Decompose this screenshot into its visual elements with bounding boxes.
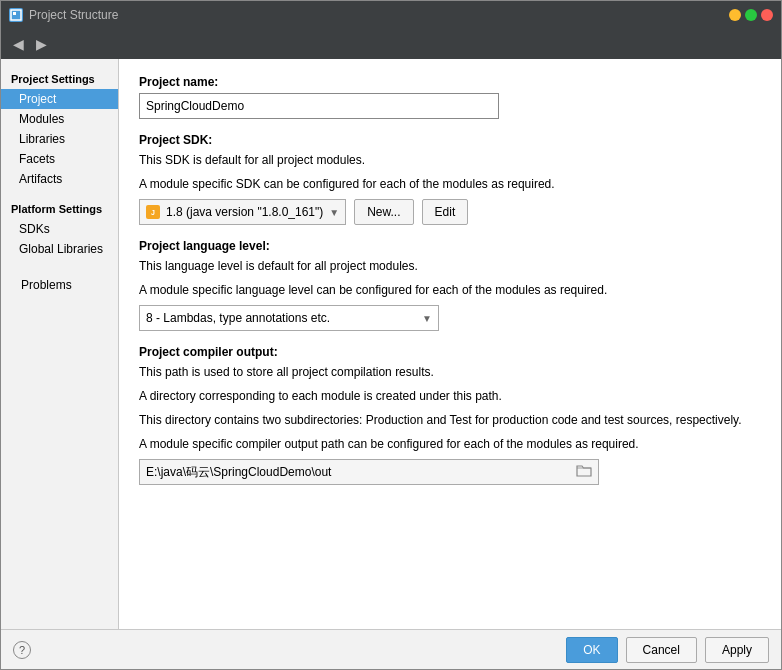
- sidebar-item-project[interactable]: Project: [1, 89, 118, 109]
- sdk-row: J 1.8 (java version "1.8.0_161") ▼ New..…: [139, 199, 761, 225]
- lang-label: Project language level:: [139, 239, 761, 253]
- close-button[interactable]: [761, 9, 773, 21]
- cancel-button[interactable]: Cancel: [626, 637, 697, 663]
- language-level-section: Project language level: This language le…: [139, 239, 761, 331]
- compiler-path-input[interactable]: [146, 465, 576, 479]
- compiler-path-row: [139, 459, 599, 485]
- footer-buttons: OK Cancel Apply: [566, 637, 769, 663]
- title-bar: Project Structure: [1, 1, 781, 29]
- compiler-desc1: This path is used to store all project c…: [139, 363, 761, 381]
- sdk-java-icon: J: [146, 205, 160, 219]
- lang-desc1: This language level is default for all p…: [139, 257, 761, 275]
- compiler-desc4: A module specific compiler output path c…: [139, 435, 761, 453]
- sidebar-item-libraries[interactable]: Libraries: [1, 129, 118, 149]
- window-title: Project Structure: [29, 8, 118, 22]
- lang-value: 8 - Lambdas, type annotations etc.: [146, 311, 416, 325]
- sdk-dropdown[interactable]: J 1.8 (java version "1.8.0_161") ▼: [139, 199, 346, 225]
- sdk-desc2: A module specific SDK can be configured …: [139, 175, 761, 193]
- project-name-label: Project name:: [139, 75, 761, 89]
- title-bar-left: Project Structure: [9, 8, 118, 22]
- forward-button[interactable]: ▶: [32, 34, 51, 54]
- sidebar-item-artifacts[interactable]: Artifacts: [1, 169, 118, 189]
- problems-section: Problems: [1, 275, 118, 295]
- maximize-button[interactable]: [745, 9, 757, 21]
- back-button[interactable]: ◀: [9, 34, 28, 54]
- toolbar: ◀ ▶: [1, 29, 781, 59]
- sdk-dropdown-arrow: ▼: [329, 207, 339, 218]
- sdk-label: Project SDK:: [139, 133, 761, 147]
- lang-dropdown-arrow: ▼: [422, 313, 432, 324]
- minimize-button[interactable]: [729, 9, 741, 21]
- folder-browse-icon[interactable]: [576, 464, 592, 481]
- apply-button[interactable]: Apply: [705, 637, 769, 663]
- sdk-value: 1.8 (java version "1.8.0_161"): [166, 205, 323, 219]
- compiler-output-section: Project compiler output: This path is us…: [139, 345, 761, 485]
- edit-sdk-button[interactable]: Edit: [422, 199, 469, 225]
- ok-button[interactable]: OK: [566, 637, 617, 663]
- main-panel: Project name: Project SDK: This SDK is d…: [119, 59, 781, 629]
- help-button[interactable]: ?: [13, 641, 31, 659]
- window: Project Structure ◀ ▶ Project Settings P…: [0, 0, 782, 670]
- svg-text:J: J: [151, 209, 155, 216]
- sidebar-item-modules[interactable]: Modules: [1, 109, 118, 129]
- bottom-bar: ? OK Cancel Apply: [1, 629, 781, 669]
- project-settings-label: Project Settings: [1, 67, 118, 89]
- compiler-desc2: A directory corresponding to each module…: [139, 387, 761, 405]
- project-name-input[interactable]: [139, 93, 499, 119]
- sidebar-item-global-libraries[interactable]: Global Libraries: [1, 239, 118, 259]
- lang-desc2: A module specific language level can be …: [139, 281, 761, 299]
- sidebar-item-problems[interactable]: Problems: [11, 275, 108, 295]
- content-area: Project Settings Project Modules Librari…: [1, 59, 781, 629]
- project-name-section: Project name:: [139, 75, 761, 119]
- window-icon: [9, 8, 23, 22]
- compiler-desc3: This directory contains two subdirectori…: [139, 411, 761, 429]
- sidebar: Project Settings Project Modules Librari…: [1, 59, 119, 629]
- svg-rect-1: [13, 12, 16, 15]
- compiler-label: Project compiler output:: [139, 345, 761, 359]
- sidebar-item-facets[interactable]: Facets: [1, 149, 118, 169]
- window-controls: [729, 9, 773, 21]
- sdk-desc1: This SDK is default for all project modu…: [139, 151, 761, 169]
- new-sdk-button[interactable]: New...: [354, 199, 413, 225]
- project-sdk-section: Project SDK: This SDK is default for all…: [139, 133, 761, 225]
- lang-dropdown[interactable]: 8 - Lambdas, type annotations etc. ▼: [139, 305, 439, 331]
- platform-settings-label: Platform Settings: [1, 197, 118, 219]
- sidebar-item-sdks[interactable]: SDKs: [1, 219, 118, 239]
